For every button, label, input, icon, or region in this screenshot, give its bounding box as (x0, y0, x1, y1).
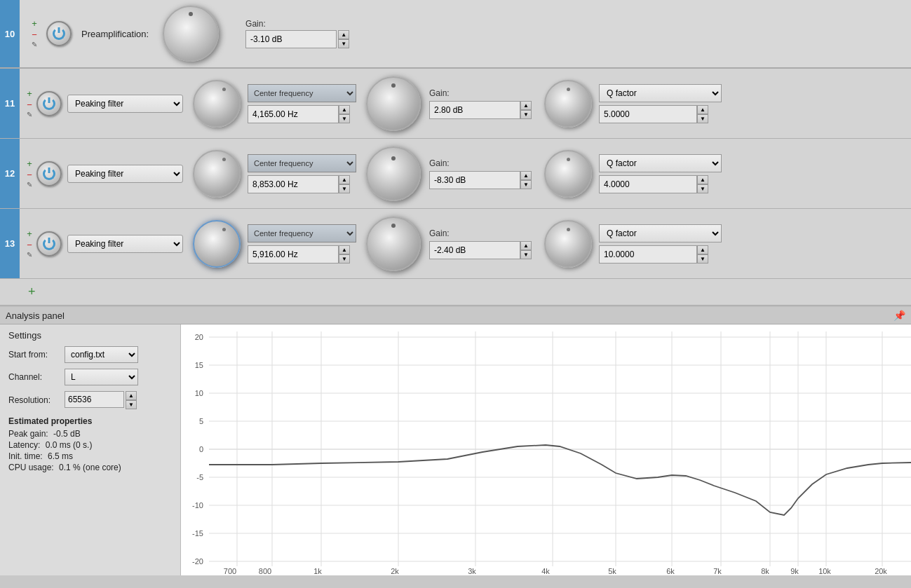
edit-btn-12[interactable]: ✎ (27, 181, 32, 189)
row-number-10: 10 (0, 0, 20, 67)
add-btn-11[interactable]: + (27, 88, 32, 99)
gain-knob-13[interactable] (366, 217, 421, 271)
q-down-13[interactable]: ▼ (697, 254, 708, 264)
gain-input-12[interactable] (429, 171, 520, 189)
eq-container: 10 + − ✎ Preamplification: Gain: ▲ ▼ (0, 0, 911, 306)
analysis-pin-icon[interactable]: 📌 (893, 310, 905, 321)
q-down-11[interactable]: ▼ (697, 114, 708, 123)
freq-up-12[interactable]: ▲ (339, 175, 350, 184)
preamp-gain-input[interactable] (245, 30, 337, 48)
gain-input-13[interactable] (429, 241, 520, 259)
gain-up-12[interactable]: ▲ (520, 171, 532, 180)
start-from-row: Start from: config.txt (8, 346, 172, 363)
gain-down-13[interactable]: ▼ (520, 250, 532, 259)
gain-knob-11[interactable] (366, 76, 421, 131)
q-knob-13[interactable] (544, 220, 592, 268)
row-side-btns-10: + − ✎ (31, 18, 38, 49)
gain-down-11[interactable]: ▼ (520, 110, 532, 119)
freq-label-12[interactable]: Center frequency (248, 154, 356, 172)
power-icon-12 (43, 167, 55, 180)
q-knob-12[interactable] (544, 150, 592, 198)
q-down-12[interactable]: ▼ (697, 184, 708, 193)
q-input-13[interactable] (599, 245, 697, 264)
resolution-up[interactable]: ▲ (126, 391, 137, 400)
side-btns-12: + − ✎ (27, 158, 32, 189)
power-btn-11[interactable] (36, 91, 62, 116)
freq-down-11[interactable]: ▼ (339, 114, 350, 123)
filter-row-11: 11 + − ✎ Peaking filter Center frequency (0, 69, 911, 139)
latency-value: 0.0 ms (0 s.) (46, 440, 93, 450)
svg-text:20k: 20k (875, 567, 887, 575)
sub-btn-10[interactable]: − (31, 29, 38, 40)
q-knob-11[interactable] (544, 80, 592, 128)
freq-label-11[interactable]: Center frequency (248, 84, 356, 102)
latency-label: Latency: (8, 440, 40, 450)
filter-type-11[interactable]: Peaking filter (67, 95, 183, 113)
q-label-13[interactable]: Q factor (599, 224, 722, 242)
gain-up-13[interactable]: ▲ (520, 241, 532, 250)
filter-type-12[interactable]: Peaking filter (67, 165, 183, 183)
init-time-value: 6.5 ms (48, 451, 73, 461)
q-section-13: Q factor ▲ ▼ (599, 224, 722, 264)
freq-knob-12[interactable] (193, 150, 241, 198)
preamp-label: Preamplification: (81, 29, 149, 39)
resolution-down[interactable]: ▼ (126, 400, 137, 409)
q-label-11[interactable]: Q factor (599, 84, 722, 102)
svg-text:-5: -5 (196, 473, 203, 481)
gain-knob-12[interactable] (366, 146, 421, 201)
freq-knob-13[interactable] (193, 220, 241, 268)
filter-row-13: 13 + − ✎ Peaking filter Center frequency (0, 209, 911, 279)
q-up-12[interactable]: ▲ (697, 175, 708, 184)
power-btn-13[interactable] (36, 231, 62, 257)
settings-section: Settings Start from: config.txt Channel:… (8, 330, 172, 409)
sub-btn-11[interactable]: − (27, 100, 32, 110)
edit-btn-13[interactable]: ✎ (27, 251, 32, 259)
gain-label-13: Gain: (429, 228, 532, 238)
freq-label-13[interactable]: Center frequency (248, 224, 356, 242)
start-from-select[interactable]: config.txt (65, 346, 138, 363)
cpu-label: CPU usage: (8, 463, 54, 472)
preamp-gain-up[interactable]: ▲ (338, 30, 349, 39)
svg-text:0: 0 (199, 445, 203, 453)
svg-text:7k: 7k (713, 567, 722, 575)
preamp-knob[interactable] (163, 6, 219, 62)
svg-text:-15: -15 (192, 529, 203, 538)
freq-up-13[interactable]: ▲ (339, 245, 350, 254)
sub-btn-13[interactable]: − (27, 240, 32, 250)
svg-text:5: 5 (199, 417, 203, 425)
q-input-11[interactable] (599, 105, 697, 123)
preamp-row: 10 + − ✎ Preamplification: Gain: ▲ ▼ (0, 0, 911, 69)
freq-input-12[interactable] (248, 175, 339, 193)
freq-down-13[interactable]: ▼ (339, 254, 350, 264)
gain-up-11[interactable]: ▲ (520, 101, 532, 110)
freq-down-12[interactable]: ▼ (339, 184, 350, 193)
add-btn-10[interactable]: + (31, 18, 38, 29)
svg-text:4k: 4k (541, 567, 550, 575)
freq-input-11[interactable] (248, 105, 339, 123)
edit-btn-11[interactable]: ✎ (27, 111, 32, 118)
filter-type-13[interactable]: Peaking filter (67, 235, 183, 253)
gain-input-11[interactable] (429, 101, 520, 119)
power-btn-12[interactable] (36, 161, 62, 186)
freq-up-11[interactable]: ▲ (339, 105, 350, 114)
row-num-bg-11: 11 (0, 69, 20, 138)
q-input-12[interactable] (599, 175, 697, 193)
power-btn-10[interactable] (46, 21, 72, 46)
gain-section-11: Gain: ▲ ▼ (429, 88, 532, 119)
q-up-11[interactable]: ▲ (697, 105, 708, 114)
q-up-13[interactable]: ▲ (697, 245, 708, 254)
channel-select[interactable]: L (65, 369, 138, 385)
freq-input-13[interactable] (248, 245, 339, 264)
gain-down-12[interactable]: ▼ (520, 180, 532, 189)
analysis-panel: Analysis panel 📌 Settings Start from: co… (0, 306, 911, 575)
resolution-input[interactable] (65, 391, 124, 408)
add-filter-btn[interactable]: + (28, 285, 36, 299)
add-btn-12[interactable]: + (27, 158, 32, 169)
freq-knob-11[interactable] (193, 80, 241, 128)
q-label-12[interactable]: Q factor (599, 154, 722, 172)
add-btn-13[interactable]: + (27, 228, 32, 239)
preamp-gain-down[interactable]: ▼ (338, 39, 349, 48)
gain-section-13: Gain: ▲ ▼ (429, 228, 532, 259)
edit-btn-10[interactable]: ✎ (31, 41, 38, 49)
sub-btn-12[interactable]: − (27, 170, 32, 180)
